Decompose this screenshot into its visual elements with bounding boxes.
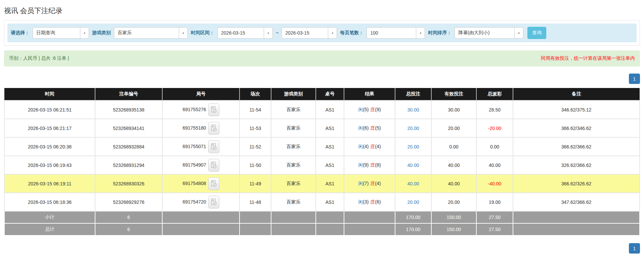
column-header-time: 时间	[4, 88, 95, 100]
chevron-down-icon[interactable]: ▾	[328, 28, 337, 38]
total-bet-link[interactable]: 20.00	[407, 126, 419, 131]
summary-empty-cell	[271, 211, 316, 223]
cell-round-no: 691754720	[162, 193, 240, 211]
bet-records-table: 时间注单编号局号场次游戏类别桌号结果总投注有效投注总派彩备注 2026-03-1…	[4, 88, 640, 236]
table-row[interactable]: 2026-03-15 06:19:43 523268931294 6917549…	[4, 156, 640, 174]
time-sort-value: 降幂(由大到小)	[455, 28, 514, 38]
search-button[interactable]: 查询	[527, 27, 546, 39]
cell-result: 闲(9)庄(8)	[344, 156, 395, 174]
cell-session: 11-54	[240, 100, 271, 119]
time-sort-label: 时间排序：	[428, 30, 452, 36]
cell-valid-bet: 0.00	[431, 137, 476, 156]
video-replay-button[interactable]	[208, 177, 219, 190]
summary-info-bar: 币别：人民币 | 总共 :6 注单 | 同局有效投注，统一计算在该局第一张注单内	[4, 50, 640, 66]
cell-valid-bet: 40.00	[431, 156, 476, 174]
time-sort-dropdown[interactable]: 降幂(由大到小) ▾	[455, 27, 523, 39]
summary-label: 总计	[4, 223, 95, 235]
result-player-value: (3)	[363, 199, 369, 205]
table-row[interactable]: 2026-03-15 06:21:51 523268935138 6917552…	[4, 100, 640, 119]
result-player-value: (7)	[363, 181, 369, 186]
total-bet-link[interactable]: 40.00	[407, 181, 419, 186]
cell-note: 326.62/366.62	[513, 156, 640, 174]
page-title: 视讯 会员下注纪录	[4, 6, 640, 15]
round-no-text: 691754808	[182, 180, 206, 186]
cell-round-no: 691755180	[162, 119, 240, 137]
video-replay-button[interactable]	[208, 159, 219, 172]
result-banker-value: (9)	[375, 107, 381, 112]
date-from-dropdown[interactable]: 2026-03-15 ▾	[217, 27, 273, 39]
column-header-bet-no: 注单编号	[95, 88, 162, 100]
cell-game-type: 百家乐	[271, 174, 316, 193]
video-replay-button[interactable]	[208, 122, 219, 135]
cell-game-type: 百家乐	[271, 193, 316, 211]
cell-total-bet: 20.00	[395, 137, 431, 156]
cell-total-bet: 20.00	[395, 119, 431, 137]
cell-session: 11-52	[240, 137, 271, 156]
query-type-label: 请选择：	[11, 30, 30, 36]
page-1-button[interactable]: 1	[629, 243, 640, 254]
cell-bet-no: 523268935138	[95, 100, 162, 119]
total-bet-link[interactable]: 20.00	[407, 199, 419, 205]
video-replay-button[interactable]	[208, 196, 219, 209]
cell-time: 2026-03-15 06:20:38	[4, 137, 95, 156]
table-row[interactable]: 2026-03-15 06:19:11 523268930326 6917548…	[4, 174, 640, 193]
cell-table-no: AS1	[316, 156, 344, 174]
cell-note: 347.62/366.62	[513, 193, 640, 211]
chevron-down-icon[interactable]: ▾	[416, 28, 425, 38]
page-size-dropdown[interactable]: 100 ▾	[367, 27, 425, 39]
cell-table-no: AS1	[316, 100, 344, 119]
result-banker-value: (4)	[375, 144, 381, 149]
result-player-value: (5)	[363, 107, 369, 112]
cell-table-no: AS1	[316, 174, 344, 193]
chevron-down-icon[interactable]: ▾	[264, 28, 272, 38]
game-type-label: 游戏类别	[92, 30, 111, 36]
film-file-icon	[211, 125, 217, 132]
summary-empty-cell	[344, 211, 395, 223]
cell-game-type: 百家乐	[271, 156, 316, 174]
chevron-down-icon[interactable]: ▾	[514, 28, 523, 38]
result-banker-value: (4)	[375, 181, 381, 186]
video-replay-button[interactable]	[208, 140, 219, 153]
total-bet-link[interactable]: 20.00	[407, 144, 419, 149]
summary-count: 6	[95, 223, 162, 235]
cell-time: 2026-03-15 06:21:17	[4, 119, 95, 137]
table-row[interactable]: 2026-03-15 06:18:36 523268929276 6917547…	[4, 193, 640, 211]
chevron-down-icon[interactable]: ▾	[179, 28, 187, 38]
column-header-game-type: 游戏类别	[271, 88, 316, 100]
cell-time: 2026-03-15 06:21:51	[4, 100, 95, 119]
result-banker-label: 庄	[371, 144, 375, 149]
cell-round-no: 691754808	[162, 174, 240, 193]
summary-empty-cell	[344, 223, 395, 235]
query-type-dropdown[interactable]: 日期查询 ▾	[33, 27, 89, 39]
game-type-dropdown[interactable]: 百家乐 ▾	[114, 27, 188, 39]
round-no-text: 691754907	[182, 162, 206, 167]
cell-bet-no: 523268931294	[95, 156, 162, 174]
cell-valid-bet: 20.00	[431, 193, 476, 211]
result-player-value: (9)	[363, 162, 369, 168]
summary-total-bet: 170.00	[395, 211, 431, 223]
result-player-label: 闲	[358, 162, 363, 168]
cell-time: 2026-03-15 06:18:36	[4, 193, 95, 211]
valid-bet-notice: 同局有效投注，统一计算在该局第一张注单内	[541, 55, 635, 61]
video-replay-button[interactable]	[208, 103, 219, 116]
summary-valid-bet: 150.00	[431, 211, 476, 223]
cell-result: 闲(4)庄(4)	[344, 137, 395, 156]
table-row[interactable]: 2026-03-15 06:21:17 523268934141 6917551…	[4, 119, 640, 137]
chevron-down-icon[interactable]: ▾	[80, 28, 89, 38]
total-bet-link[interactable]: 30.00	[407, 107, 419, 113]
page-1-button[interactable]: 1	[629, 74, 640, 84]
summary-empty-cell	[162, 223, 240, 235]
cell-result: 闲(5)庄(9)	[344, 100, 395, 119]
table-row[interactable]: 2026-03-15 06:20:38 523268932884 6917550…	[4, 137, 640, 156]
result-player-label: 闲	[358, 199, 363, 205]
cell-note: 346.62/375.12	[513, 100, 640, 119]
cell-valid-bet: 20.00	[431, 119, 476, 137]
cell-total-payout: 28.50	[476, 100, 513, 119]
date-to-dropdown[interactable]: 2026-03-15 ▾	[282, 27, 337, 39]
result-player-value: (4)	[363, 144, 369, 149]
film-file-icon	[211, 180, 217, 187]
column-header-table-no: 桌号	[316, 88, 344, 100]
total-bet-link[interactable]: 40.00	[407, 163, 419, 168]
summary-empty-cell	[162, 211, 240, 223]
cell-table-no: AS1	[316, 119, 344, 137]
